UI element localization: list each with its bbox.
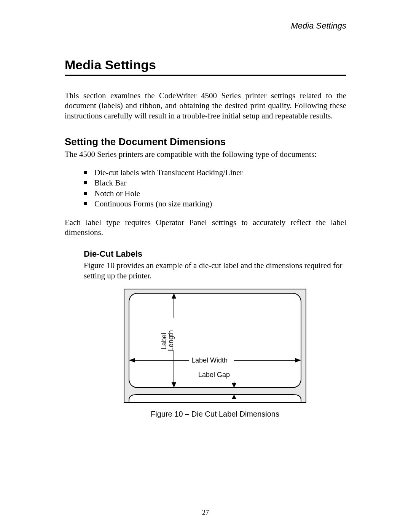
subsection-text: Figure 10 provides an example of a die-c… xyxy=(84,260,346,281)
section-lead: The 4500 Series printers are compatible … xyxy=(65,149,346,159)
document-type-list: Die-cut labels with Translucent Backing/… xyxy=(84,168,346,209)
list-item: Notch or Hole xyxy=(84,189,346,199)
section-trail: Each label type requires Operator Panel … xyxy=(65,217,346,238)
subsection-heading: Die-Cut Labels xyxy=(84,249,346,259)
running-head: Media Settings xyxy=(65,21,346,31)
die-cut-label-diagram: Label Length Label Width Label Gap xyxy=(124,289,306,403)
page-title: Media Settings xyxy=(65,58,346,72)
label-width-text: Label Width xyxy=(191,356,228,364)
page: Media Settings Media Settings This secti… xyxy=(0,0,411,532)
page-number: 27 xyxy=(0,509,411,517)
subsection: Die-Cut Labels Figure 10 provides an exa… xyxy=(84,249,346,419)
list-item: Die-cut labels with Translucent Backing/… xyxy=(84,168,346,178)
label-length-text-2: Length xyxy=(167,330,175,351)
list-item: Continuous Forms (no size marking) xyxy=(84,199,346,209)
figure: Label Length Label Width Label Gap Figur… xyxy=(84,289,346,419)
figure-caption: Figure 10 – Die Cut Label Dimensions xyxy=(84,410,346,419)
intro-paragraph: This section examines the CodeWriter 450… xyxy=(65,91,346,121)
label-gap-text: Label Gap xyxy=(198,371,230,379)
list-item: Black Bar xyxy=(84,178,346,188)
title-rule xyxy=(65,75,346,76)
label-length-text: Label xyxy=(160,333,168,350)
section-heading: Setting the Document Dimensions xyxy=(65,136,346,148)
